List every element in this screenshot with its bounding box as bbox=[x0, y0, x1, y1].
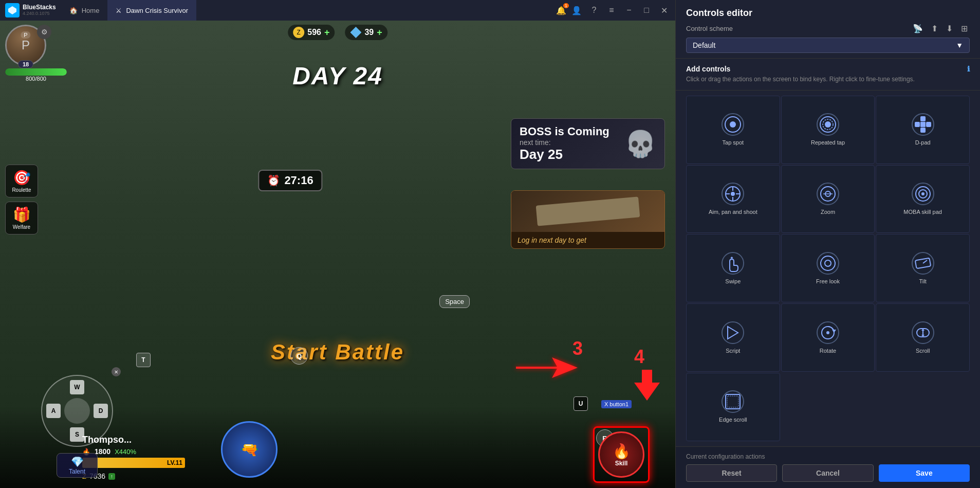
joystick-area[interactable]: ✕ W A S D 💎 Talent bbox=[41, 375, 113, 447]
ctrl-label-script: Script bbox=[726, 347, 740, 354]
info-icon[interactable]: ℹ bbox=[967, 65, 970, 73]
controls-panel: Controls editor Control scheme 📡 ⬆ ⬇ ⊞ D… bbox=[675, 0, 980, 488]
svg-marker-0 bbox=[8, 6, 16, 14]
app-version: 4.240.0.1075 bbox=[23, 11, 56, 16]
u-key-btn[interactable]: U bbox=[574, 396, 588, 411]
svg-point-31 bbox=[826, 331, 829, 334]
login-reward-image bbox=[511, 191, 664, 232]
rifle-image bbox=[536, 196, 640, 226]
ctrl-icon-scroll bbox=[912, 321, 934, 344]
maximize-btn[interactable]: □ bbox=[639, 3, 654, 17]
d-key[interactable]: D bbox=[94, 404, 108, 418]
reset-btn[interactable]: Reset bbox=[686, 464, 777, 482]
ctrl-icon-swipe bbox=[722, 252, 744, 275]
close-btn[interactable]: ✕ bbox=[657, 3, 671, 17]
ctrl-icon-tilt bbox=[912, 252, 934, 275]
ctrl-item-zoom[interactable]: Zoom bbox=[781, 165, 875, 233]
menu-icon[interactable]: ≡ bbox=[604, 3, 619, 17]
s-key[interactable]: S bbox=[70, 427, 84, 442]
cp-add-title: Add controls ℹ bbox=[686, 65, 970, 73]
coin-icon: Z bbox=[293, 27, 304, 38]
coins-resource: Z 596 + bbox=[288, 25, 335, 40]
a-key[interactable]: A bbox=[46, 404, 61, 418]
ctrl-label-tap-spot: Tap spot bbox=[723, 139, 744, 146]
weapon-selector[interactable]: 🔫 bbox=[221, 421, 278, 478]
ctrl-label-rotate: Rotate bbox=[820, 347, 836, 354]
svg-point-26 bbox=[825, 260, 831, 266]
scheme-wifi-icon[interactable]: 📡 bbox=[911, 23, 925, 34]
ctrl-icon-free-look bbox=[817, 252, 839, 275]
joystick[interactable]: W A S D bbox=[41, 375, 113, 447]
scheme-expand-icon[interactable]: ⊞ bbox=[959, 23, 970, 34]
cp-footer: Current configuration actions Reset Canc… bbox=[676, 446, 980, 488]
joystick-close-btn[interactable]: ✕ bbox=[112, 367, 121, 376]
skill-highlight-box bbox=[593, 426, 650, 483]
ctrl-item-script[interactable]: Script bbox=[686, 303, 780, 372]
account-icon[interactable]: 👤 bbox=[569, 3, 584, 17]
health-bar-container: 800/800 bbox=[5, 68, 67, 82]
home-tab[interactable]: 🏠 Home bbox=[61, 0, 108, 21]
t-key-btn[interactable]: T bbox=[136, 353, 151, 367]
q-key-btn[interactable]: Q bbox=[290, 347, 308, 365]
ctrl-item-edge-scroll[interactable]: Edge scroll bbox=[686, 373, 780, 441]
svg-marker-32 bbox=[832, 330, 836, 333]
svg-rect-37 bbox=[726, 394, 740, 409]
settings-icon-btn[interactable]: ⚙ bbox=[37, 25, 51, 39]
joystick-center bbox=[64, 398, 90, 424]
titlebar-tabs: 🏠 Home ⚔ Dawn Crisis Survivor bbox=[61, 0, 552, 21]
health-bar-fill bbox=[5, 68, 67, 76]
ctrl-item-free-look[interactable]: Free look bbox=[781, 234, 875, 302]
cp-scheme-label: Control scheme 📡 ⬆ ⬇ ⊞ bbox=[686, 23, 970, 34]
titlebar: BlueStacks 4.240.0.1075 🏠 Home ⚔ Dawn Cr… bbox=[0, 0, 675, 21]
side-icons: 🎯 Roulette 🎁 Welfare bbox=[5, 165, 38, 234]
ctrl-label-repeated-tap: Repeated tap bbox=[811, 139, 845, 146]
ctrl-item-d-pad[interactable]: D-pad bbox=[876, 96, 970, 164]
ctrl-item-swipe[interactable]: Swipe bbox=[686, 234, 780, 302]
ctrl-item-rotate[interactable]: Rotate bbox=[781, 303, 875, 372]
cp-footer-buttons: Reset Cancel Save bbox=[686, 464, 970, 482]
ctrl-item-aim-pan-shoot[interactable]: Aim, pan and shoot bbox=[686, 165, 780, 233]
svg-marker-2 bbox=[634, 370, 660, 401]
roulette-btn[interactable]: 🎯 Roulette bbox=[5, 165, 38, 197]
save-btn[interactable]: Save bbox=[879, 464, 970, 482]
game-tab[interactable]: ⚔ Dawn Crisis Survivor bbox=[107, 0, 196, 21]
help-icon[interactable]: ? bbox=[587, 3, 601, 17]
weapon-level: LV.11 bbox=[167, 459, 182, 466]
ctrl-item-repeated-tap[interactable]: Repeated tap bbox=[781, 96, 875, 164]
ctrl-label-free-look: Free look bbox=[816, 278, 840, 285]
cancel-btn[interactable]: Cancel bbox=[782, 464, 873, 482]
welfare-btn[interactable]: 🎁 Welfare bbox=[5, 202, 38, 234]
ctrl-label-tilt: Tilt bbox=[919, 278, 927, 285]
timer-box: ⏰ 27:16 bbox=[258, 170, 322, 191]
ctrl-item-tilt[interactable]: Tilt bbox=[876, 234, 970, 302]
login-reward-text: Log in next day to get bbox=[511, 232, 664, 248]
svg-point-4 bbox=[730, 121, 736, 128]
cp-scheme-select[interactable]: Default ▼ bbox=[686, 38, 970, 53]
annotation-4: 4 bbox=[634, 346, 660, 401]
cp-add-desc: Click or drag the actions on the screen … bbox=[686, 75, 970, 84]
space-btn[interactable]: Space bbox=[439, 295, 470, 308]
talent-btn[interactable]: 💎 Talent bbox=[57, 453, 98, 478]
app-name: BlueStacks bbox=[23, 4, 56, 11]
add-gems-btn[interactable]: + bbox=[377, 27, 382, 38]
gems-resource: 39 + bbox=[345, 25, 387, 40]
ctrl-icon-d-pad bbox=[912, 113, 934, 136]
boss-text: BOSS is Coming next time: Day 25 bbox=[520, 125, 619, 162]
chevron-down-icon: ▼ bbox=[956, 41, 963, 49]
ctrl-item-scroll[interactable]: Scroll bbox=[876, 303, 970, 372]
add-coins-btn[interactable]: + bbox=[324, 27, 330, 38]
ctrl-item-moba-skill-pad[interactable]: MOBA skill pad bbox=[876, 165, 970, 233]
ctrl-item-tap-spot[interactable]: Tap spot bbox=[686, 96, 780, 164]
player-info: P P 18 ⚙ 800/800 bbox=[5, 25, 67, 82]
w-key[interactable]: W bbox=[70, 380, 84, 394]
svg-point-6 bbox=[825, 121, 831, 128]
weapon-coins: Z 7636 ↑ bbox=[82, 472, 670, 480]
svg-rect-9 bbox=[920, 128, 926, 133]
scheme-import-icon[interactable]: ⬇ bbox=[944, 23, 955, 34]
svg-marker-1 bbox=[516, 357, 578, 378]
minimize-btn[interactable]: − bbox=[622, 3, 636, 17]
home-icon: 🏠 bbox=[69, 7, 78, 14]
ctrl-icon-zoom bbox=[817, 183, 839, 205]
scheme-export-icon[interactable]: ⬆ bbox=[929, 23, 940, 34]
cp-controls-grid: Tap spotRepeated tapD-padAim, pan and sh… bbox=[676, 91, 980, 446]
